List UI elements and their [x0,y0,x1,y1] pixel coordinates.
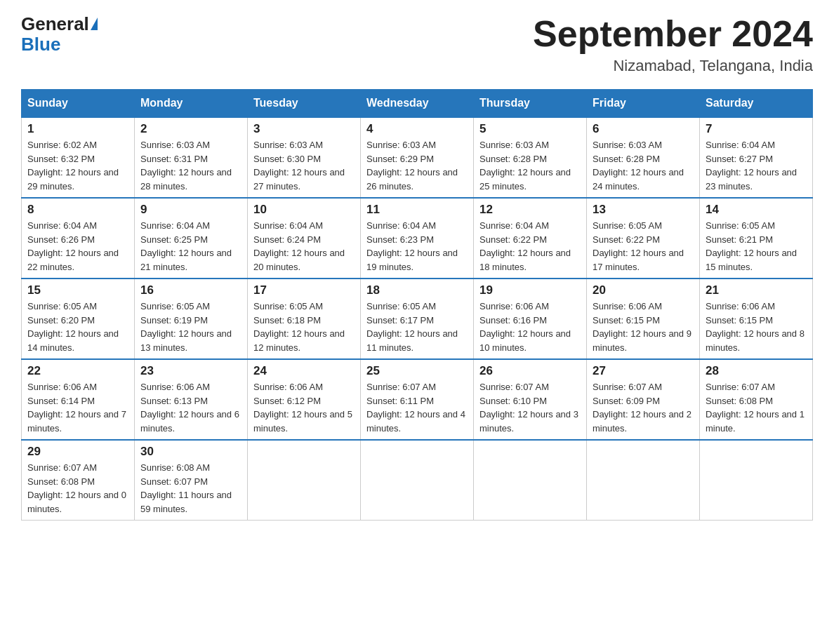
location-title: Nizamabad, Telangana, India [533,57,813,75]
day-cell: 13Sunrise: 6:05 AMSunset: 6:22 PMDayligh… [587,198,700,279]
day-number: 22 [27,364,128,378]
week-row-3: 15Sunrise: 6:05 AMSunset: 6:20 PMDayligh… [22,279,813,359]
day-info: Sunrise: 6:06 AMSunset: 6:15 PMDaylight:… [593,300,694,354]
day-cell: 9Sunrise: 6:04 AMSunset: 6:25 PMDaylight… [135,198,248,279]
day-number: 2 [140,122,241,136]
day-info: Sunrise: 6:05 AMSunset: 6:21 PMDaylight:… [706,219,807,274]
day-cell: 26Sunrise: 6:07 AMSunset: 6:10 PMDayligh… [474,359,587,440]
day-number: 11 [366,203,468,217]
month-title: September 2024 [533,14,813,54]
day-cell: 1Sunrise: 6:02 AMSunset: 6:32 PMDaylight… [22,117,135,198]
day-number: 1 [27,122,128,136]
day-cell: 27Sunrise: 6:07 AMSunset: 6:09 PMDayligh… [587,359,700,440]
day-info: Sunrise: 6:04 AMSunset: 6:27 PMDaylight:… [706,138,807,193]
day-cell [474,440,587,521]
day-cell [248,440,361,521]
day-cell: 23Sunrise: 6:06 AMSunset: 6:13 PMDayligh… [135,359,248,440]
day-number: 14 [706,203,807,217]
day-number: 17 [253,283,355,297]
day-info: Sunrise: 6:03 AMSunset: 6:28 PMDaylight:… [479,138,581,193]
day-info: Sunrise: 6:07 AMSunset: 6:08 PMDaylight:… [27,461,128,516]
week-row-1: 1Sunrise: 6:02 AMSunset: 6:32 PMDaylight… [22,117,813,198]
col-header-tuesday: Tuesday [248,90,361,118]
day-cell: 21Sunrise: 6:06 AMSunset: 6:15 PMDayligh… [700,279,813,359]
day-info: Sunrise: 6:03 AMSunset: 6:30 PMDaylight:… [253,138,355,193]
day-cell: 15Sunrise: 6:05 AMSunset: 6:20 PMDayligh… [22,279,135,359]
day-info: Sunrise: 6:05 AMSunset: 6:18 PMDaylight:… [253,300,355,354]
logo-triangle-icon [91,18,98,30]
day-cell: 12Sunrise: 6:04 AMSunset: 6:22 PMDayligh… [474,198,587,279]
day-info: Sunrise: 6:06 AMSunset: 6:16 PMDaylight:… [479,300,581,354]
day-cell: 4Sunrise: 6:03 AMSunset: 6:29 PMDaylight… [361,117,474,198]
day-number: 6 [593,122,694,136]
day-info: Sunrise: 6:08 AMSunset: 6:07 PMDaylight:… [140,461,241,516]
day-cell: 28Sunrise: 6:07 AMSunset: 6:08 PMDayligh… [700,359,813,440]
day-number: 20 [593,283,694,297]
col-header-monday: Monday [135,90,248,118]
day-info: Sunrise: 6:05 AMSunset: 6:22 PMDaylight:… [593,219,694,274]
title-section: September 2024 Nizamabad, Telangana, Ind… [533,14,813,75]
day-number: 7 [706,122,807,136]
day-number: 5 [479,122,581,136]
day-number: 27 [593,364,694,378]
day-number: 13 [593,203,694,217]
day-info: Sunrise: 6:03 AMSunset: 6:28 PMDaylight:… [593,138,694,193]
week-row-5: 29Sunrise: 6:07 AMSunset: 6:08 PMDayligh… [22,440,813,521]
day-number: 16 [140,283,241,297]
day-info: Sunrise: 6:07 AMSunset: 6:10 PMDaylight:… [479,380,581,435]
day-info: Sunrise: 6:05 AMSunset: 6:19 PMDaylight:… [140,300,241,354]
day-info: Sunrise: 6:02 AMSunset: 6:32 PMDaylight:… [27,138,128,193]
day-info: Sunrise: 6:06 AMSunset: 6:15 PMDaylight:… [706,300,807,354]
day-number: 28 [706,364,807,378]
col-header-saturday: Saturday [700,90,813,118]
col-header-wednesday: Wednesday [361,90,474,118]
day-number: 9 [140,203,241,217]
day-info: Sunrise: 6:04 AMSunset: 6:23 PMDaylight:… [366,219,468,274]
day-number: 19 [479,283,581,297]
day-number: 8 [27,203,128,217]
day-info: Sunrise: 6:03 AMSunset: 6:29 PMDaylight:… [366,138,468,193]
day-cell: 5Sunrise: 6:03 AMSunset: 6:28 PMDaylight… [474,117,587,198]
day-info: Sunrise: 6:06 AMSunset: 6:12 PMDaylight:… [253,380,355,435]
col-header-friday: Friday [587,90,700,118]
day-info: Sunrise: 6:07 AMSunset: 6:08 PMDaylight:… [706,380,807,435]
day-cell: 3Sunrise: 6:03 AMSunset: 6:30 PMDaylight… [248,117,361,198]
day-number: 26 [479,364,581,378]
day-number: 3 [253,122,355,136]
calendar-header-row: SundayMondayTuesdayWednesdayThursdayFrid… [22,90,813,118]
day-cell: 18Sunrise: 6:05 AMSunset: 6:17 PMDayligh… [361,279,474,359]
day-number: 21 [706,283,807,297]
day-cell: 24Sunrise: 6:06 AMSunset: 6:12 PMDayligh… [248,359,361,440]
day-info: Sunrise: 6:04 AMSunset: 6:24 PMDaylight:… [253,219,355,274]
day-cell: 17Sunrise: 6:05 AMSunset: 6:18 PMDayligh… [248,279,361,359]
day-number: 30 [140,445,241,459]
page-header: General Blue September 2024 Nizamabad, T… [21,14,813,75]
day-number: 23 [140,364,241,378]
day-cell: 30Sunrise: 6:08 AMSunset: 6:07 PMDayligh… [135,440,248,521]
day-cell: 11Sunrise: 6:04 AMSunset: 6:23 PMDayligh… [361,198,474,279]
day-info: Sunrise: 6:06 AMSunset: 6:14 PMDaylight:… [27,380,128,435]
day-number: 10 [253,203,355,217]
day-info: Sunrise: 6:05 AMSunset: 6:17 PMDaylight:… [366,300,468,354]
day-info: Sunrise: 6:07 AMSunset: 6:09 PMDaylight:… [593,380,694,435]
week-row-2: 8Sunrise: 6:04 AMSunset: 6:26 PMDaylight… [22,198,813,279]
col-header-thursday: Thursday [474,90,587,118]
day-cell: 16Sunrise: 6:05 AMSunset: 6:19 PMDayligh… [135,279,248,359]
day-number: 18 [366,283,468,297]
day-cell: 10Sunrise: 6:04 AMSunset: 6:24 PMDayligh… [248,198,361,279]
day-cell [587,440,700,521]
day-number: 15 [27,283,128,297]
day-info: Sunrise: 6:04 AMSunset: 6:26 PMDaylight:… [27,219,128,274]
day-info: Sunrise: 6:03 AMSunset: 6:31 PMDaylight:… [140,138,241,193]
week-row-4: 22Sunrise: 6:06 AMSunset: 6:14 PMDayligh… [22,359,813,440]
day-number: 29 [27,445,128,459]
calendar-table: SundayMondayTuesdayWednesdayThursdayFrid… [21,89,813,521]
day-cell: 19Sunrise: 6:06 AMSunset: 6:16 PMDayligh… [474,279,587,359]
day-cell: 29Sunrise: 6:07 AMSunset: 6:08 PMDayligh… [22,440,135,521]
day-info: Sunrise: 6:04 AMSunset: 6:22 PMDaylight:… [479,219,581,274]
day-cell: 22Sunrise: 6:06 AMSunset: 6:14 PMDayligh… [22,359,135,440]
day-number: 4 [366,122,468,136]
day-info: Sunrise: 6:04 AMSunset: 6:25 PMDaylight:… [140,219,241,274]
day-cell: 8Sunrise: 6:04 AMSunset: 6:26 PMDaylight… [22,198,135,279]
logo-general-text: General [21,14,89,34]
